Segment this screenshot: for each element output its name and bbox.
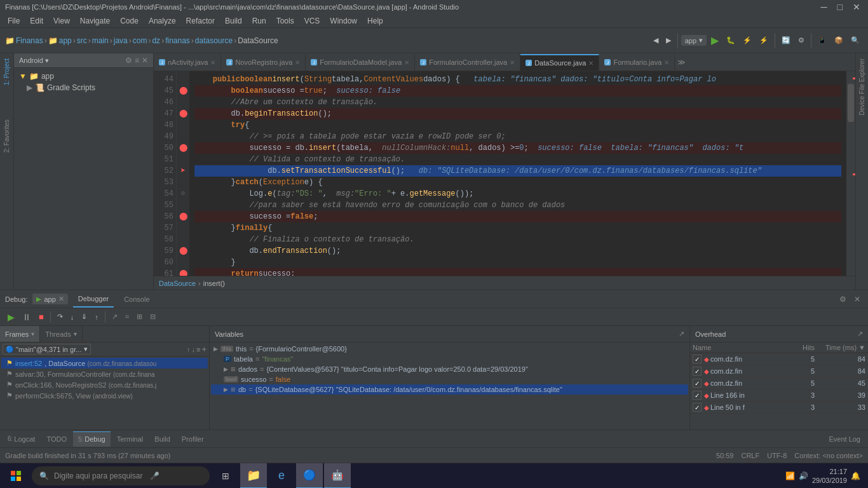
breadcrumb-datasource-file[interactable]: DataSource bbox=[238, 36, 278, 45]
frame-performclick[interactable]: ⚑ performClick:5675, View (android.view) bbox=[1, 390, 208, 401]
overhead-row-2[interactable]: ✓ ◆ com.dz.fin 5 84 bbox=[690, 365, 868, 377]
project-close-btn[interactable]: ✕ bbox=[142, 56, 148, 65]
run-btn[interactable]: ▶ bbox=[708, 32, 722, 48]
win-tray-network[interactable]: 📶 bbox=[785, 471, 795, 480]
tab-formulariocontroller[interactable]: J FormularioController.java ✕ bbox=[415, 54, 520, 71]
breadcrumb-src[interactable]: src bbox=[77, 36, 87, 45]
maximize-btn[interactable]: □ bbox=[835, 2, 845, 12]
menu-file[interactable]: File bbox=[3, 17, 25, 25]
close-btn[interactable]: ✕ bbox=[850, 2, 863, 12]
encoding[interactable]: CRLF bbox=[741, 452, 759, 459]
overhead-expand-btn[interactable]: ↗ bbox=[857, 330, 863, 338]
threads-tab[interactable]: Threads ▾ bbox=[40, 326, 82, 342]
filter-frames-btn[interactable]: ≡ bbox=[196, 344, 200, 354]
var-dados[interactable]: ▶ ⊞ dados = {ContentValues@5637} "titulo… bbox=[211, 364, 688, 374]
run-to-cursor-btn[interactable]: ↗ bbox=[109, 311, 120, 322]
tab-profiler[interactable]: Profiler bbox=[177, 431, 209, 447]
overhead-row-3[interactable]: ✓ ◆ com.dz.fin 5 45 bbox=[690, 377, 868, 390]
tree-item-app[interactable]: ▼ 📁 app bbox=[17, 71, 151, 82]
tab-debug-active[interactable]: 5: Debug bbox=[73, 431, 111, 447]
win-app-chrome[interactable]: 🔵 bbox=[296, 463, 323, 489]
overhead-row-4[interactable]: ✓ ◆ Line 166 in 3 39 bbox=[690, 390, 868, 402]
step-over-btn[interactable]: ↷ bbox=[55, 311, 65, 322]
code-content[interactable]: public boolean insert(String tabela, Con… bbox=[189, 71, 846, 276]
menu-window[interactable]: Window bbox=[325, 17, 362, 25]
forward-btn[interactable]: ▶ bbox=[663, 34, 674, 46]
menu-run[interactable]: Run bbox=[247, 17, 271, 25]
win-app-explorer[interactable]: 📁 bbox=[240, 463, 267, 489]
var-db[interactable]: ▶ ⊞ db = {SQLiteDatabase@5627} "SQLiteDa… bbox=[211, 384, 688, 395]
charset[interactable]: UTF-8 bbox=[767, 452, 787, 459]
frames-tab[interactable]: Frames ▾ bbox=[0, 326, 40, 342]
tab-logcat[interactable]: 6: Logcat bbox=[3, 431, 40, 447]
menu-build[interactable]: Build bbox=[220, 17, 247, 25]
menu-edit[interactable]: Edit bbox=[25, 17, 48, 25]
menu-vcs[interactable]: VCS bbox=[299, 17, 325, 25]
win-tray-notification[interactable]: 🔔 bbox=[851, 471, 860, 480]
stop-debug-btn[interactable]: ■ bbox=[36, 311, 46, 323]
var-sucesso[interactable]: bool sucesso = false bbox=[211, 374, 688, 384]
code-breadcrumb-insert[interactable]: insert() bbox=[203, 280, 225, 287]
step-into-btn[interactable]: ↓ bbox=[68, 312, 77, 322]
frame-insert[interactable]: ⚑ insert:52, DataSource (com.dz.finanas.… bbox=[1, 358, 208, 369]
win-app-edge[interactable]: e bbox=[268, 463, 295, 489]
pause-btn[interactable]: ⏸ bbox=[20, 311, 34, 323]
device-file-explorer-label[interactable]: Device File Explorer bbox=[857, 53, 867, 120]
restore-layout-btn[interactable]: ⊟ bbox=[147, 311, 158, 322]
line-col[interactable]: 50:59 bbox=[716, 452, 734, 459]
minimize-btn[interactable]: ─ bbox=[818, 2, 830, 12]
menu-navigate[interactable]: Navigate bbox=[75, 17, 115, 25]
menu-analyze[interactable]: Analyze bbox=[144, 17, 181, 25]
sync-btn[interactable]: 🔄 bbox=[778, 34, 794, 46]
tab-formulario[interactable]: J Formulario.java ✕ bbox=[599, 54, 675, 71]
trace-btn[interactable]: ⊞ bbox=[134, 311, 145, 322]
evaluate-expr-btn[interactable]: ⌗ bbox=[123, 311, 132, 322]
vscroll-thumb[interactable] bbox=[848, 84, 854, 122]
var-tabela[interactable]: P tabela = "financas" bbox=[211, 354, 688, 364]
project-settings-btn[interactable]: ⚙ bbox=[125, 56, 132, 65]
breadcrumb-main[interactable]: main bbox=[92, 36, 109, 45]
add-frame-btn[interactable]: + bbox=[201, 344, 207, 354]
overhead-row-5[interactable]: ✓ ◆ Line 50 in f 3 33 bbox=[690, 402, 868, 414]
debug-btn[interactable]: 🐛 bbox=[723, 34, 738, 46]
debug-close-btn[interactable]: ✕ bbox=[851, 295, 863, 304]
tab-nactivity[interactable]: J nActivity.java ✕ bbox=[154, 54, 221, 71]
breadcrumb-finanas[interactable]: 📁 Finanas bbox=[5, 36, 43, 45]
force-step-into-btn[interactable]: ⇓ bbox=[79, 311, 90, 322]
debug-settings-btn[interactable]: ⚙ bbox=[837, 295, 849, 304]
editor-vscroll[interactable] bbox=[846, 71, 855, 276]
menu-refactor[interactable]: Refactor bbox=[181, 17, 220, 25]
sdk-btn[interactable]: 📦 bbox=[831, 34, 846, 46]
tab-build[interactable]: Build bbox=[149, 431, 175, 447]
tab-datasource[interactable]: J DataSource.java ✕ bbox=[520, 54, 599, 71]
win-app-android[interactable]: 🤖 bbox=[324, 463, 351, 489]
console-tab[interactable]: Console bbox=[119, 291, 154, 308]
win-tray-volume[interactable]: 🔊 bbox=[799, 471, 808, 480]
frame-salvar[interactable]: ⚑ salvar:30, FormularioController (com.d… bbox=[1, 369, 208, 379]
project-layout-btn[interactable]: ≡ bbox=[135, 56, 139, 65]
debug-app-tag[interactable]: ▶ app ✕ bbox=[32, 294, 67, 304]
variables-expand-btn[interactable]: ↗ bbox=[679, 330, 684, 338]
breadcrumb-datasource[interactable]: datasource bbox=[195, 36, 233, 45]
resume-btn[interactable]: ▶ bbox=[5, 311, 17, 323]
tab-formulariodatamodel[interactable]: J FormularioDataModel.java ✕ bbox=[306, 54, 415, 71]
win-clock[interactable]: 21:17 29/03/2019 bbox=[812, 467, 847, 485]
code-breadcrumb-datasource[interactable]: DataSource bbox=[159, 280, 196, 287]
favorites-icon[interactable]: 2: Favorites bbox=[2, 117, 11, 155]
menu-help[interactable]: Help bbox=[362, 17, 388, 25]
android-dropdown[interactable]: Android ▾ bbox=[19, 57, 49, 65]
tab-novoregistro[interactable]: J NovoRegistro.java ✕ bbox=[221, 54, 306, 71]
back-btn[interactable]: ◀ bbox=[650, 34, 661, 46]
gradle-btn[interactable]: ⚙ bbox=[795, 34, 808, 46]
run-config[interactable]: app▾ bbox=[681, 35, 707, 46]
profile-btn[interactable]: ⚡ bbox=[756, 34, 771, 46]
more-tabs-btn[interactable]: ≫ bbox=[675, 58, 688, 67]
menu-view[interactable]: View bbox=[48, 17, 75, 25]
breadcrumb-finanas2[interactable]: finanas bbox=[165, 36, 190, 45]
overhead-row-1[interactable]: ✓ ◆ com.dz.fin 5 84 bbox=[690, 353, 868, 365]
var-this[interactable]: ▶ this this = {FormularioController@5600… bbox=[211, 344, 688, 354]
win-start-btn[interactable] bbox=[3, 463, 29, 489]
step-out-btn[interactable]: ↑ bbox=[92, 312, 101, 322]
coverage-btn[interactable]: ⚡ bbox=[740, 34, 755, 46]
breadcrumb-dz[interactable]: dz bbox=[152, 36, 160, 45]
